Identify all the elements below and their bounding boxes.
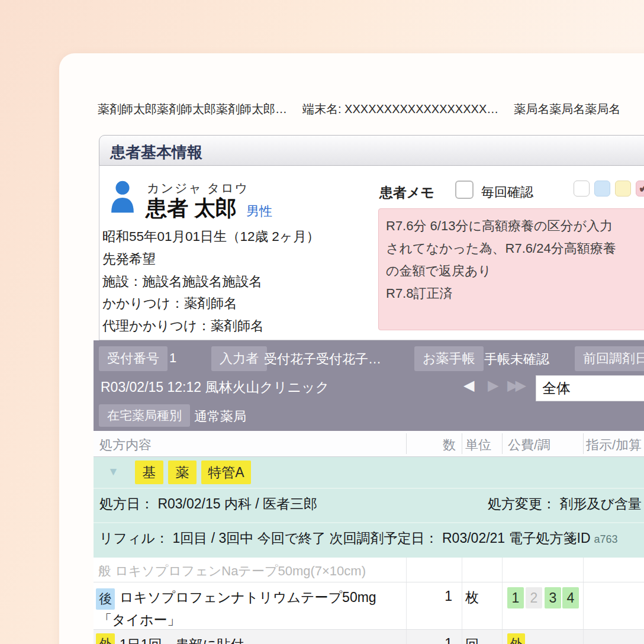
generic-drug-name: ロキソプロフェンNaテープ50mg(7×10cm) (115, 564, 366, 578)
usage-qty: 1 (406, 636, 457, 644)
column-divider (406, 433, 407, 454)
generic-name-text: 般 ロキソプロフェンNaテープ50mg(7×10cm) (98, 562, 366, 580)
app-window: 薬剤師太郎薬剤師太郎薬剤師太郎… 端末名: XXXXXXXXXXXXXXXXXX… (0, 0, 644, 644)
column-divider (462, 630, 462, 644)
nav-next-icon[interactable]: ▶ (488, 377, 498, 394)
patient-panel-header: 患者基本情報 (99, 135, 644, 166)
reception-bar: 受付番号 1 入力者 受付花子受付花子… お薬手帳 手帳未確認 前回調剤日 R0… (94, 340, 644, 431)
rx-rows: 般 ロキソプロフェンNaテープ50mg(7×10cm) 後 ロキソプロフェンナト… (94, 558, 644, 644)
patient-memo-textarea[interactable]: R7.6分 6/13分に高額療養の区分が入力 されてなかった為、R7.6/24分… (378, 208, 644, 330)
patient-memo-label: 患者メモ (379, 183, 434, 202)
home-pharmacy-type-value: 通常薬局 (194, 408, 246, 426)
col-qty: 数 (413, 436, 456, 454)
memo-color-swatch-white[interactable] (574, 181, 590, 197)
column-divider (406, 630, 407, 644)
terminal-name: 端末名: XXXXXXXXXXXXXXXXXX… (302, 101, 498, 118)
scope-selected-value: 全体 (542, 380, 571, 396)
col-unit: 単位 (465, 436, 491, 454)
column-divider (583, 433, 584, 454)
previous-dispense-date-label: 前回調剤日 (575, 346, 644, 371)
rx-table-header: 処方内容 数 単位 公費/調 指示/加算 (94, 431, 644, 457)
patient-facility: 施設：施設名施設名施設名 (102, 271, 320, 293)
check-icon: ✔ (639, 182, 644, 195)
nav-previous-icon[interactable]: ◀ (463, 377, 474, 394)
drug-unit: 枚 (465, 588, 479, 607)
patient-deputy-pharmacist: 代理かかりつけ：薬剤師名 (102, 315, 320, 337)
kohi-box-2[interactable]: 2 (526, 587, 542, 608)
column-divider (583, 558, 584, 582)
top-info-bar: 薬剤師太郎薬剤師太郎薬剤師太郎… 端末名: XXXXXXXXXXXXXXXXXX… (98, 101, 644, 118)
col-content: 処方内容 (99, 436, 152, 454)
kohi-box-3[interactable]: 3 (545, 587, 561, 608)
table-row-usage[interactable]: 外 1日1回 患部に貼付 1 回 外 (94, 630, 644, 644)
column-divider (462, 433, 462, 454)
patient-details: 昭和55年01月01日生（12歳 2ヶ月） 先発希望 施設：施設名施設名施設名 … (102, 226, 320, 337)
visit-datetime-clinic: R03/02/15 12:12 風林火山クリニック (101, 378, 329, 397)
external-use-tag: 外 (96, 633, 115, 644)
patient-name-row: 患者 太郎 男性 (146, 194, 272, 223)
table-row-generic-name[interactable]: 般 ロキソプロフェンNaテープ50mg(7×10cm) (94, 558, 644, 582)
column-divider (462, 582, 462, 629)
col-kohi: 公費/調 (508, 436, 550, 454)
pharmacy-name: 薬局名薬局名薬局名 (514, 101, 620, 118)
e-prescription-id: a763 (594, 533, 618, 545)
column-divider (406, 558, 407, 582)
rx-date-doctor: 処方日： R03/02/15 内科 / 医者三郎 (99, 495, 317, 513)
drug-name-line2: 「タイホー」 (98, 611, 181, 629)
col-instruction: 指示/加算 (586, 436, 642, 454)
column-divider (583, 630, 584, 644)
group-tag-tokkan-a: 特管A (201, 461, 251, 484)
patient-gender: 男性 (246, 202, 272, 220)
medicine-notebook-label: お薬手帳 (414, 346, 484, 371)
row-divider (94, 488, 644, 489)
memo-line: R7.8訂正済 (386, 282, 644, 305)
kohi-box-1[interactable]: 1 (507, 587, 524, 608)
drug-name-line1: ロキソプロフェンナトリウムテープ50mg (120, 588, 376, 607)
group-tag-base: 基 (135, 461, 163, 484)
confirm-every-time-label: 毎回確認 (481, 183, 533, 201)
table-row-drug[interactable]: 後 ロキソプロフェンナトリウムテープ50mg 「タイホー」 1 枚 1 2 3 … (94, 582, 644, 630)
rx-group-section: ▼ 基 薬 特管A 処方日： R03/02/15 内科 / 医者三郎 処方変更：… (94, 457, 644, 558)
memo-line: されてなかった為、R7.6/24分高額療養 (386, 237, 644, 260)
scope-select[interactable]: 全体 (536, 375, 644, 401)
usage-unit: 回 (465, 636, 479, 644)
pharmacist-name: 薬剤師太郎薬剤師太郎薬剤師太郎… (98, 101, 287, 118)
rx-change-note: 処方変更： 剤形及び含量 (488, 495, 642, 513)
patient-avatar-icon (110, 180, 135, 213)
confirm-every-time-checkbox[interactable] (455, 181, 474, 199)
memo-line: の金額で返戻あり (386, 260, 644, 282)
usage-text: 1日1回 患部に貼付 (120, 636, 244, 644)
column-divider (502, 582, 503, 629)
column-divider (462, 558, 462, 582)
patient-birthdate: 昭和55年01月01日生（12歳 2ヶ月） (102, 226, 320, 248)
home-pharmacy-type-label: 在宅薬局種別 (99, 404, 190, 427)
generic-marker: 般 (98, 564, 111, 578)
medicine-notebook-status: 手帳未確認 (484, 350, 549, 368)
memo-color-swatch-pink-selected[interactable]: ✔ (636, 181, 644, 197)
collapse-group-icon[interactable]: ▼ (108, 465, 119, 478)
receipt-number-label: 受付番号 (99, 346, 168, 371)
entry-person-label: 入力者 (211, 346, 267, 371)
patient-panel-body: カンジャ タロウ 患者 太郎 男性 昭和55年01月01日生（12歳 2ヶ月） … (99, 166, 644, 340)
patient-primary-pharmacist: かかりつけ：薬剤師名 (102, 292, 320, 315)
memo-color-swatch-yellow[interactable] (615, 181, 631, 197)
panel-title: 患者基本情報 (110, 142, 644, 163)
receipt-number-value: 1 (169, 350, 176, 366)
entry-person-value: 受付花子受付花子… (264, 350, 381, 368)
memo-line: R7.6分 6/13分に高額療養の区分が入力 (386, 215, 644, 237)
rx-refill-line: リフィル： 1回目 / 3回中 今回で終了 次回調剤予定日： R03/02/21… (99, 529, 618, 548)
column-divider (406, 582, 407, 629)
generic-substitute-tag: 後 (96, 588, 115, 610)
memo-color-swatch-blue[interactable] (594, 181, 610, 197)
refill-text: リフィル： 1回目 / 3回中 今回で終了 次回調剤予定日： R03/02/21… (99, 530, 591, 546)
patient-name: 患者 太郎 (146, 194, 237, 223)
drug-qty: 1 (406, 588, 457, 604)
kohi-box-4[interactable]: 4 (562, 587, 579, 608)
row-divider (94, 522, 644, 523)
column-divider (502, 433, 503, 454)
patient-brand-preference: 先発希望 (102, 248, 320, 271)
column-divider (583, 582, 584, 629)
column-divider (502, 558, 503, 582)
kohi-external-tag: 外 (507, 633, 525, 644)
nav-last-icon[interactable]: ▶▶ (507, 377, 523, 394)
